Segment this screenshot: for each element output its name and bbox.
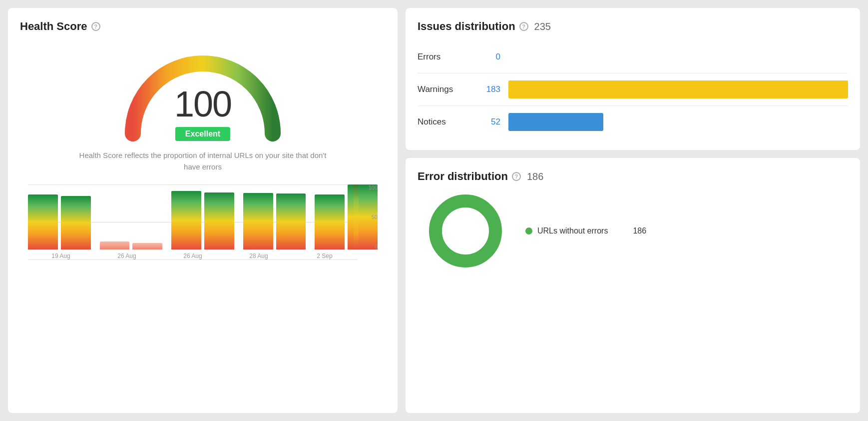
x-label-26aug-1: 26 Aug (94, 252, 160, 260)
warnings-count: 183 (475, 84, 500, 94)
bar-6 (204, 192, 234, 250)
gauge-label: Excellent (175, 127, 230, 141)
legend-count-no-errors: 186 (633, 226, 646, 236)
right-side: Issues distribution ? 235 Errors 0 Warni… (406, 8, 860, 413)
errors-count: 0 (475, 52, 500, 62)
x-label-28aug: 28 Aug (226, 252, 292, 260)
svg-point-2 (445, 211, 485, 251)
issues-distribution-card: Issues distribution ? 235 Errors 0 Warni… (406, 8, 860, 150)
warnings-bar (508, 80, 848, 98)
error-help-icon[interactable]: ? (512, 172, 521, 181)
bar-1 (28, 194, 58, 250)
health-score-help-icon[interactable]: ? (91, 22, 100, 31)
x-axis-labels: 19 Aug 26 Aug 26 Aug 28 Aug 2 Sep (28, 252, 378, 260)
issues-help-icon[interactable]: ? (519, 22, 528, 31)
issues-row-errors: Errors 0 (418, 41, 848, 74)
x-label-19aug: 19 Aug (28, 252, 94, 260)
health-score-title: Health Score (20, 20, 87, 33)
legend-label-no-errors: URLs without errors (537, 226, 608, 236)
issues-distribution-title: Issues distribution (418, 20, 515, 33)
error-distribution-header: Error distribution ? 186 (418, 170, 848, 183)
legend-dot-no-errors (525, 228, 532, 234)
gauge-container: 100 Excellent (118, 46, 288, 146)
bar-7 (243, 193, 273, 250)
warnings-label: Warnings (418, 84, 467, 94)
issues-row-notices: Notices 52 (418, 106, 848, 138)
gauge-score: 100 (174, 84, 231, 124)
bar-5 (171, 191, 201, 250)
notices-label: Notices (418, 117, 467, 127)
donut-legend: URLs without errors 186 (525, 226, 646, 236)
bar-9 (315, 194, 345, 250)
bar-chart-container: 100 50 0 19 Aug 26 Aug 26 Aug 28 Aug 2 S… (20, 184, 386, 260)
bar-chart: 100 50 0 (28, 184, 378, 250)
bar-4 (132, 243, 162, 250)
legend-color-bar (354, 184, 359, 250)
bar-3 (100, 242, 130, 250)
error-distribution-title: Error distribution (418, 170, 508, 183)
issues-distribution-header: Issues distribution ? 235 (418, 20, 848, 33)
error-distribution-card: Error distribution ? 186 URLs without er… (406, 158, 860, 413)
errors-label: Errors (418, 52, 467, 62)
bar-8 (276, 194, 306, 250)
error-total-count: 186 (527, 171, 543, 182)
health-score-header: Health Score ? (20, 20, 386, 33)
bar-10 (348, 184, 378, 250)
x-label-26aug-2: 26 Aug (160, 252, 226, 260)
health-score-card: Health Score ? (8, 8, 398, 413)
notices-bar (508, 113, 603, 131)
issues-row-warnings: Warnings 183 (418, 74, 848, 106)
donut-chart (426, 191, 505, 271)
bar-2 (61, 196, 91, 250)
warnings-bar-container (508, 80, 848, 98)
legend-item-no-errors: URLs without errors 186 (525, 226, 646, 236)
x-label-2sep: 2 Sep (292, 252, 358, 260)
errors-bar-container (508, 48, 848, 66)
notices-count: 52 (475, 117, 500, 127)
notices-bar-container (508, 113, 848, 131)
donut-section: URLs without errors 186 (418, 191, 848, 271)
issues-total-count: 235 (534, 21, 551, 32)
gauge-description: Health Score reflects the proportion of … (78, 150, 328, 172)
